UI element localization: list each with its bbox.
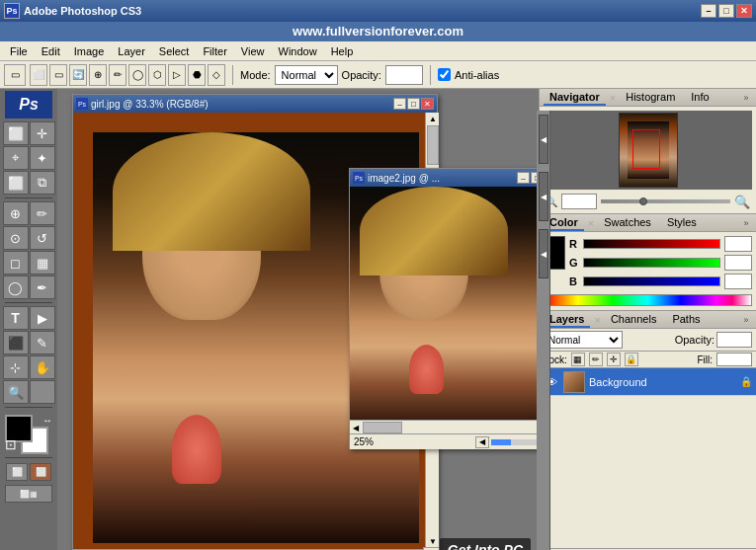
magic-wand-tool[interactable]: ✦: [30, 146, 55, 170]
options-tool-btn-5[interactable]: ✏: [109, 64, 126, 86]
antialias-checkbox[interactable]: [438, 68, 451, 81]
scroll-up-arrow[interactable]: ▲: [426, 113, 439, 124]
tab-histogram[interactable]: Histogram: [620, 90, 681, 106]
title-bar-controls[interactable]: – □ ✕: [701, 4, 752, 18]
menu-select[interactable]: Select: [153, 43, 196, 59]
tab-channels[interactable]: Channels: [605, 312, 662, 328]
tab-paths[interactable]: Paths: [666, 312, 706, 328]
doc2-scroll-thumb-h[interactable]: [363, 422, 402, 433]
lasso-tool[interactable]: ⌖: [3, 146, 29, 170]
lock-transparency-btn[interactable]: ▦: [571, 353, 585, 366]
crop-tool[interactable]: ⬜: [3, 171, 29, 195]
brush-tool[interactable]: ✏: [30, 201, 55, 225]
default-colors-icon[interactable]: ⊡: [5, 436, 17, 452]
slice-tool[interactable]: ⧉: [30, 171, 55, 195]
fill-input[interactable]: 100%: [716, 353, 752, 366]
zoom-slider[interactable]: [601, 199, 730, 203]
eyedropper-tool[interactable]: ⊹: [3, 355, 29, 379]
tab-layers[interactable]: Layers: [544, 312, 590, 328]
heal-tool[interactable]: ⊕: [3, 201, 29, 225]
lock-image-btn[interactable]: ✏: [589, 353, 603, 366]
marquee-tool[interactable]: ⬜: [3, 121, 29, 145]
text-tool[interactable]: T: [3, 306, 29, 330]
menu-edit[interactable]: Edit: [36, 43, 66, 59]
doc2-scrollbar-h[interactable]: ◀ ▶: [350, 420, 539, 433]
screen-mode-btn[interactable]: ⬜▦: [5, 485, 52, 503]
zoom-slider-thumb[interactable]: [639, 197, 647, 205]
menu-filter[interactable]: Filter: [197, 43, 232, 59]
doc2-min-btn[interactable]: –: [517, 172, 530, 184]
r-slider[interactable]: [583, 239, 720, 249]
doc2-left-btn[interactable]: ◀: [475, 436, 489, 448]
menu-file[interactable]: File: [4, 43, 34, 59]
options-tool-btn-10[interactable]: ◇: [208, 64, 225, 86]
hand-tool[interactable]: ✋: [30, 355, 55, 379]
navigator-close-btn[interactable]: »: [740, 92, 752, 104]
menu-layer[interactable]: Layer: [112, 43, 151, 59]
menu-image[interactable]: Image: [68, 43, 111, 59]
options-tool-btn-1[interactable]: ⬜: [30, 64, 47, 86]
zoom-in-icon[interactable]: 🔍: [734, 195, 750, 209]
b-value[interactable]: 0: [724, 274, 752, 289]
doc1-close-btn[interactable]: ✕: [421, 98, 434, 110]
palette-strip[interactable]: [544, 294, 752, 306]
collapse-btn-1[interactable]: ◀: [539, 115, 548, 164]
tab-styles[interactable]: Styles: [661, 215, 703, 231]
layer-item-background[interactable]: 👁 Background 🔒: [540, 368, 756, 396]
move-tool[interactable]: ✛: [30, 121, 55, 145]
options-tool-btn-6[interactable]: ◯: [128, 64, 146, 86]
menu-help[interactable]: Help: [325, 43, 360, 59]
doc2-controls[interactable]: – □ ✕: [517, 172, 539, 184]
options-tool-btn-2[interactable]: ▭: [49, 64, 67, 86]
options-tool-btn-3[interactable]: 🔄: [69, 64, 87, 86]
options-tool-btn-4[interactable]: ⊕: [89, 64, 107, 86]
tab-info[interactable]: Info: [685, 90, 714, 106]
zoom-input[interactable]: 25%: [561, 194, 597, 209]
layers-close-btn[interactable]: »: [740, 314, 752, 326]
collapse-btn-3[interactable]: ◀: [539, 229, 548, 278]
doc1-controls[interactable]: – □ ✕: [393, 98, 434, 110]
history-tool[interactable]: ↺: [30, 226, 55, 250]
standard-mode-btn[interactable]: ⬜: [6, 463, 28, 481]
pen-tool[interactable]: ✒: [30, 275, 55, 299]
blend-mode-select[interactable]: Normal: [544, 331, 623, 349]
maximize-button[interactable]: □: [718, 4, 734, 18]
dodge-tool[interactable]: ◯: [3, 275, 29, 299]
tab-swatches[interactable]: Swatches: [598, 215, 657, 231]
options-tool-btn-7[interactable]: ⬡: [148, 64, 166, 86]
lock-position-btn[interactable]: ✛: [607, 353, 621, 366]
tab-navigator[interactable]: Navigator: [544, 90, 606, 106]
lock-all-btn[interactable]: 🔒: [625, 353, 638, 366]
doc1-min-btn[interactable]: –: [393, 98, 406, 110]
g-slider[interactable]: [583, 258, 720, 268]
gradient-tool[interactable]: ▦: [30, 251, 55, 275]
doc2-scroll-left[interactable]: ◀: [350, 421, 362, 433]
doc1-max-btn[interactable]: □: [407, 98, 420, 110]
minimize-button[interactable]: –: [701, 4, 716, 18]
opacity-input[interactable]: 100%: [385, 65, 423, 85]
g-value[interactable]: 0: [724, 255, 752, 271]
path-sel-tool[interactable]: ▶: [30, 306, 55, 330]
r-value[interactable]: 0: [724, 236, 752, 252]
stamp-tool[interactable]: ⊙: [3, 226, 29, 250]
color-close-btn[interactable]: »: [740, 217, 752, 229]
options-tool-btn-8[interactable]: ▷: [168, 64, 186, 86]
collapse-btn-2[interactable]: ◀: [539, 172, 548, 221]
close-button[interactable]: ✕: [736, 4, 752, 18]
layers-opacity-input[interactable]: 100%: [716, 332, 752, 348]
switch-colors-icon[interactable]: ↔: [42, 415, 52, 426]
menu-view[interactable]: View: [235, 43, 271, 59]
notes-tool[interactable]: ✎: [30, 331, 55, 354]
menu-window[interactable]: Window: [273, 43, 323, 59]
shape-tool[interactable]: ⬛: [3, 331, 29, 354]
eraser-tool[interactable]: ◻: [3, 251, 29, 275]
canvas-area: Ps girl.jpg @ 33.3% (RGB/8#) – □ ✕: [57, 89, 539, 550]
zoom-tool[interactable]: 🔍: [3, 380, 29, 404]
options-tool-btn-9[interactable]: ⬣: [188, 64, 206, 86]
scroll-thumb-v[interactable]: [427, 125, 439, 165]
b-slider[interactable]: [583, 276, 720, 286]
quick-mask-btn[interactable]: ⬜: [30, 463, 51, 481]
scroll-down-arrow[interactable]: ▼: [426, 535, 439, 547]
tool-preset-btn[interactable]: ▭: [4, 64, 26, 86]
mode-select[interactable]: Normal Multiply Screen: [275, 65, 338, 85]
